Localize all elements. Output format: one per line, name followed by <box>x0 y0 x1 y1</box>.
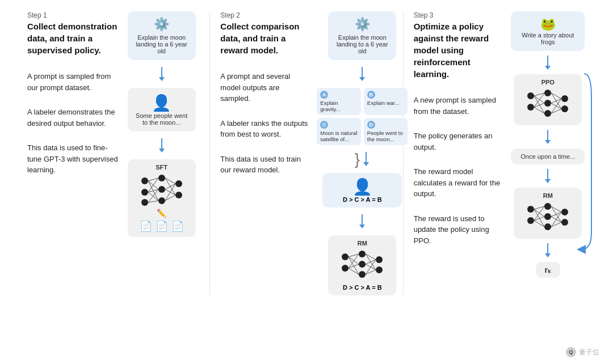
step3-prompt-card: 🐸 Write a story about frogs <box>511 11 585 51</box>
step-1-title: Collect demonstration data, and train a … <box>27 20 118 56</box>
svg-point-62 <box>544 203 551 210</box>
cell-label-d: D <box>367 121 375 129</box>
svg-point-26 <box>359 271 366 278</box>
step-1-column: Step 1 Collect demonstration data, and t… <box>17 11 210 295</box>
arrow-8 <box>544 169 552 183</box>
svg-line-15 <box>148 201 158 202</box>
arrow-2 <box>158 138 166 153</box>
svg-point-64 <box>544 223 551 230</box>
ppo-nn-card: PPO <box>514 74 582 125</box>
svg-line-30 <box>349 257 359 264</box>
grid-cell-d: D People went to the moon... <box>364 118 408 145</box>
step-1-desc3: This data is used to fine-tune GPT-3 wit… <box>27 142 118 176</box>
docs-row: 📄 📄 📄 <box>132 220 191 232</box>
svg-point-7 <box>175 192 182 198</box>
step-3-text: Step 3 Optimize a policy against the rew… <box>414 11 505 295</box>
rm-nn-card: RM <box>328 235 396 295</box>
svg-point-63 <box>544 213 551 220</box>
step3-rm-network-svg <box>522 201 573 232</box>
svg-point-25 <box>359 261 366 268</box>
step-2-title: Collect comparison data, and train a rew… <box>220 20 311 56</box>
svg-point-5 <box>158 197 165 204</box>
step-2-visual: ⚙️ Explain the moon landing to a 6 year … <box>317 11 408 295</box>
step3-prompt-text: Write a story about frogs <box>518 32 578 45</box>
svg-point-61 <box>527 217 534 224</box>
step-3-desc2: The policy generates an output. <box>414 130 505 153</box>
step2-prompt-text: Explain the moon landing to a 6 year old <box>335 34 389 54</box>
watermark: Q 量子位 <box>566 347 599 357</box>
step1-prompt-card: ⚙️ Explain the moon landing to a 6 year … <box>128 11 196 60</box>
rm-label: RM <box>333 240 392 247</box>
cell-text-b: Explain war... <box>367 100 405 106</box>
person-icon: 👤 <box>133 94 190 112</box>
cell-text-a: Explain gravity... <box>320 100 358 112</box>
settings2-icon: ⚙️ <box>335 17 389 32</box>
sft-network-svg <box>136 172 187 206</box>
svg-point-22 <box>342 253 349 260</box>
svg-point-27 <box>376 256 383 263</box>
watermark-logo: Q <box>566 347 576 357</box>
step3-rm-label: RM <box>518 192 577 199</box>
arrow-7 <box>544 130 552 144</box>
svg-point-6 <box>175 180 182 187</box>
svg-point-65 <box>561 209 568 215</box>
sft-label: SFT <box>132 164 191 171</box>
arrow-1 <box>158 67 166 81</box>
svg-point-23 <box>342 265 349 272</box>
step-3-desc4: The reward is used to update the policy … <box>414 213 505 247</box>
step1-prompt-text: Explain the moon landing to a 6 year old <box>135 34 189 54</box>
step-1-desc2: A labeler demonstrates the desired outpu… <box>27 107 118 129</box>
edit-icon: ✏️ <box>132 209 191 218</box>
rm-network-svg <box>337 248 388 280</box>
svg-line-49 <box>534 96 544 103</box>
rm-ranking-bottom: D > C > A = B <box>333 284 392 291</box>
brace-arrow: } <box>355 151 370 167</box>
svg-point-43 <box>544 90 551 96</box>
svg-point-28 <box>376 266 383 273</box>
svg-point-66 <box>561 219 568 226</box>
step-2-desc2: A labeler ranks the outputs from best to… <box>220 118 311 140</box>
ranking-section: 👤 D > C > A = B <box>322 173 402 208</box>
labeler-ranking-card: 👤 D > C > A = B <box>322 173 402 208</box>
reward-label-card: rₖ <box>536 262 560 278</box>
step-2-desc1: A prompt and several model outputs are s… <box>220 71 311 104</box>
ppo-label: PPO <box>518 79 577 86</box>
step-3-label: Step 3 <box>414 11 505 19</box>
step-2-desc3: This data is used to train our reward mo… <box>220 154 311 176</box>
arrow-6 <box>544 56 552 70</box>
svg-point-47 <box>561 105 568 112</box>
svg-line-68 <box>534 209 544 217</box>
sft-nn-card: SFT <box>128 159 196 237</box>
arrow-5 <box>358 214 366 228</box>
person2-icon: 👤 <box>327 177 397 196</box>
step-2-column: Step 2 Collect comparison data, and trai… <box>210 11 403 295</box>
svg-point-60 <box>527 206 534 213</box>
svg-point-24 <box>359 251 366 257</box>
grid-cell-c: C Moon is natural satellite of... <box>317 118 361 145</box>
step3-rm-nn-card: RM <box>514 188 582 239</box>
settings-icon: ⚙️ <box>135 17 189 32</box>
svg-point-42 <box>527 104 534 111</box>
step3-output-text: Once upon a time... <box>518 153 578 160</box>
step3-output-card: Once upon a time... <box>511 149 585 164</box>
svg-point-41 <box>527 92 534 99</box>
watermark-text: 量子位 <box>579 348 599 357</box>
cell-label-b: B <box>367 91 375 99</box>
output-text: Some people went to the moon... <box>133 112 190 126</box>
ppo-network-svg <box>522 87 573 118</box>
cell-label-a: A <box>320 91 328 99</box>
arrow-4 <box>362 152 370 166</box>
step-3-visual: 🐸 Write a story about frogs PPO <box>510 11 586 295</box>
doc-icon-1: 📄 <box>140 220 152 232</box>
svg-point-46 <box>561 95 568 102</box>
svg-point-45 <box>544 110 551 117</box>
svg-point-0 <box>141 177 148 184</box>
frog-icon: 🐸 <box>518 17 578 32</box>
step-3-title: Optimize a policy against the reward mod… <box>414 20 505 80</box>
step-3-column: Step 3 Optimize a policy against the rew… <box>404 11 596 295</box>
svg-point-1 <box>141 189 148 196</box>
doc-icon-3: 📄 <box>171 220 184 232</box>
step-1-label: Step 1 <box>27 11 118 19</box>
grid-cell-a: A Explain gravity... <box>317 88 361 115</box>
reward-label: rₖ <box>545 265 551 274</box>
